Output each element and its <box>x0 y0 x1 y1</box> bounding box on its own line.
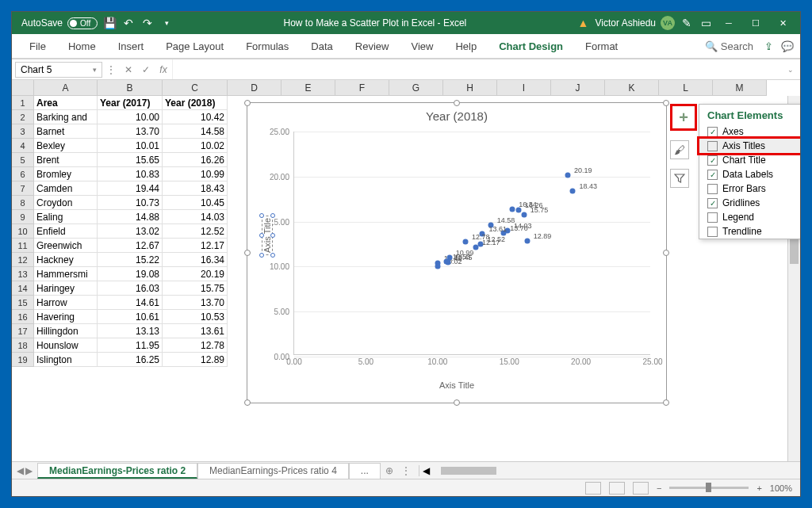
checkbox-icon[interactable]: ✓ <box>707 198 718 208</box>
data-point[interactable] <box>435 264 440 269</box>
col-header[interactable]: B <box>98 80 163 96</box>
quick-access-icon[interactable]: ✎ <box>680 16 694 30</box>
autosave-toggle[interactable]: Off <box>67 17 98 29</box>
ribbon-tab-formulas[interactable]: Formulas <box>235 34 300 58</box>
cell[interactable]: 16.03 <box>98 281 163 296</box>
checkbox-icon[interactable] <box>707 227 718 237</box>
ribbon-tab-file[interactable]: File <box>18 34 57 58</box>
cell[interactable]: 10.61 <box>98 310 163 324</box>
save-icon[interactable]: 💾 <box>102 16 117 30</box>
redo-icon[interactable]: ↷ <box>140 16 155 30</box>
row-header[interactable]: 8 <box>12 196 34 210</box>
close-button[interactable]: ✕ <box>772 13 794 32</box>
col-header[interactable] <box>12 80 34 96</box>
cell[interactable]: Barking and <box>34 110 98 124</box>
row-header[interactable]: 14 <box>12 281 34 296</box>
x-axis-title[interactable]: Axis Title <box>439 380 474 390</box>
data-point[interactable] <box>521 212 527 218</box>
tab-nav-next-icon[interactable]: ▶ <box>25 465 33 476</box>
zoom-level[interactable]: 100% <box>770 483 792 493</box>
data-point[interactable] <box>510 207 515 212</box>
cell[interactable]: 14.58 <box>163 124 228 139</box>
cell[interactable]: 12.67 <box>98 239 163 253</box>
cell[interactable]: 16.26 <box>163 153 228 167</box>
chart-element-error-bars[interactable]: Error Bars <box>699 181 800 196</box>
data-point[interactable] <box>463 239 469 244</box>
ribbon-tab-review[interactable]: Review <box>344 34 400 58</box>
ribbon-tab-data[interactable]: Data <box>300 34 343 58</box>
cell[interactable]: 19.44 <box>98 181 163 196</box>
cell[interactable]: Area <box>34 96 98 110</box>
chart-element-legend[interactable]: Legend <box>699 210 800 224</box>
qat-dropdown-icon[interactable]: ▾ <box>159 16 174 30</box>
chart-styles-button[interactable]: 🖌 <box>670 140 689 159</box>
cell[interactable]: 10.83 <box>98 167 163 181</box>
ribbon-tab-insert[interactable]: Insert <box>107 34 155 58</box>
cell[interactable]: 14.03 <box>163 210 228 224</box>
checkbox-icon[interactable]: ✓ <box>707 127 718 137</box>
cell[interactable]: 13.70 <box>163 296 228 310</box>
cell[interactable]: Harrow <box>34 296 98 310</box>
checkbox-icon[interactable]: ✓ <box>707 155 718 166</box>
enter-icon[interactable]: ✓ <box>137 64 155 75</box>
cell[interactable]: 12.17 <box>163 239 228 253</box>
col-header[interactable]: D <box>228 80 282 96</box>
row-header[interactable]: 12 <box>12 253 34 267</box>
cell[interactable]: Hillingdon <box>34 324 98 338</box>
row-header[interactable]: 15 <box>12 296 34 310</box>
cell[interactable]: Haringey <box>34 281 98 296</box>
row-header[interactable]: 16 <box>12 310 34 324</box>
checkbox-icon[interactable] <box>707 184 718 194</box>
ribbon-tab-help[interactable]: Help <box>444 34 488 58</box>
cell[interactable]: 12.78 <box>163 338 228 353</box>
page-layout-view-button[interactable] <box>609 482 625 495</box>
zoom-slider[interactable] <box>669 487 749 489</box>
cell[interactable]: 13.70 <box>98 124 163 139</box>
sheet-tab[interactable]: MedianEarnings-Prices ratio 2 <box>37 463 197 479</box>
cell[interactable]: 10.99 <box>163 167 228 181</box>
row-header[interactable]: 1 <box>12 96 34 110</box>
cell[interactable]: Enfield <box>34 224 98 239</box>
col-header[interactable]: L <box>659 80 713 96</box>
cell[interactable]: 10.42 <box>163 110 228 124</box>
maximize-button[interactable]: ☐ <box>745 13 767 32</box>
cell[interactable]: Croydon <box>34 196 98 210</box>
data-point[interactable] <box>565 172 570 178</box>
chart-element-axis-titles[interactable]: Axis Titles▶ <box>699 139 800 153</box>
cell[interactable]: Ealing <box>34 210 98 224</box>
cell[interactable]: 10.45 <box>163 196 228 210</box>
cell[interactable]: 12.89 <box>163 353 228 367</box>
cell[interactable]: 16.34 <box>163 253 228 267</box>
col-header[interactable]: C <box>163 80 228 96</box>
cell[interactable]: 13.13 <box>98 324 163 338</box>
checkbox-icon[interactable] <box>707 141 718 151</box>
cell[interactable]: 15.65 <box>98 153 163 167</box>
data-point[interactable] <box>473 244 479 250</box>
row-header[interactable]: 18 <box>12 338 34 353</box>
comments-icon[interactable]: 💬 <box>781 40 794 52</box>
cell[interactable]: 16.25 <box>98 353 163 367</box>
horizontal-scrollbar[interactable]: ◀ <box>419 465 800 476</box>
col-header[interactable]: J <box>551 80 605 96</box>
chart-element-axes[interactable]: ✓Axes <box>699 124 800 139</box>
row-header[interactable]: 3 <box>12 124 34 139</box>
cell[interactable]: Hounslow <box>34 338 98 353</box>
share-icon[interactable]: ⇪ <box>764 40 773 52</box>
add-sheet-button[interactable]: ⊕ <box>381 465 398 476</box>
minimize-button[interactable]: ─ <box>718 13 740 32</box>
cell[interactable]: Greenwich <box>34 239 98 253</box>
cell[interactable]: Havering <box>34 310 98 324</box>
formula-expand-icon[interactable]: ⌄ <box>784 66 797 74</box>
sheet-tab[interactable]: MedianEarnings-Prices ratio 4 <box>197 463 349 479</box>
cell[interactable]: Year (2017) <box>98 96 163 110</box>
cell[interactable]: Barnet <box>34 124 98 139</box>
cell[interactable]: 20.19 <box>163 267 228 281</box>
row-header[interactable]: 5 <box>12 153 34 167</box>
ribbon-tab-page-layout[interactable]: Page Layout <box>155 34 235 58</box>
cell[interactable]: 15.75 <box>163 281 228 296</box>
zoom-out-button[interactable]: − <box>657 483 661 493</box>
ribbon-tab-view[interactable]: View <box>400 34 444 58</box>
chart-element-data-labels[interactable]: ✓Data Labels <box>699 167 800 181</box>
row-header[interactable]: 9 <box>12 210 34 224</box>
cell[interactable]: 15.22 <box>98 253 163 267</box>
